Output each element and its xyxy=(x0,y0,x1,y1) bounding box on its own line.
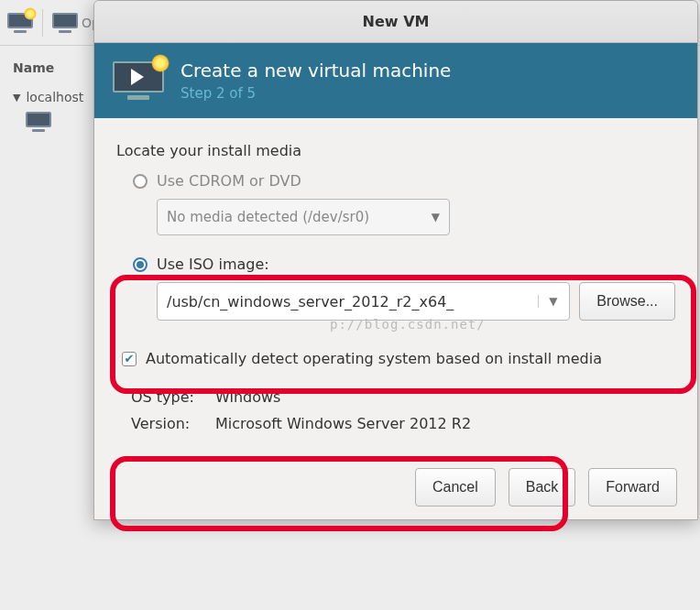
cdrom-combo[interactable]: No media detected (/dev/sr0) ▼ xyxy=(157,199,450,235)
chevron-down-icon: ▼ xyxy=(432,211,440,223)
detected-os: OS type: Windows Version: Microsoft Wind… xyxy=(131,384,675,437)
dialog-banner: Create a new virtual machine Step 2 of 5 xyxy=(94,43,697,118)
option-iso: Use ISO image: /usb/cn_windows_server_20… xyxy=(133,256,675,321)
dialog-footer: Cancel Back Forward xyxy=(94,453,697,519)
autodetect-label: Automatically detect operating system ba… xyxy=(146,350,602,367)
radio-iso-label: Use ISO image: xyxy=(157,256,269,273)
os-version-value: Microsoft Windows Server 2012 R2 xyxy=(215,415,471,432)
autodetect-row[interactable]: Automatically detect operating system ba… xyxy=(122,350,675,367)
iso-path-combo[interactable]: /usb/cn_windows_server_2012_r2_x64_ ▼ xyxy=(157,282,570,321)
monitor-icon xyxy=(52,13,78,33)
radio-iso-row[interactable]: Use ISO image: xyxy=(133,256,675,273)
radio-cdrom-row[interactable]: Use CDROM or DVD xyxy=(133,172,675,190)
banner-heading: Create a new virtual machine xyxy=(180,60,451,82)
os-type-label: OS type: xyxy=(131,388,208,406)
banner-step: Step 2 of 5 xyxy=(180,85,451,102)
radio-cdrom[interactable] xyxy=(133,174,148,189)
back-label: Back xyxy=(526,479,559,496)
os-type-value: Windows xyxy=(215,388,280,406)
new-vm-icon[interactable] xyxy=(7,13,33,33)
radio-iso[interactable] xyxy=(133,257,148,272)
os-version-label: Version: xyxy=(131,415,208,432)
radio-cdrom-label: Use CDROM or DVD xyxy=(157,172,301,190)
chevron-down-icon: ▼ xyxy=(538,295,560,308)
browse-button[interactable]: Browse... xyxy=(579,282,675,321)
dialog-body: Locate your install media Use CDROM or D… xyxy=(94,118,697,453)
new-vm-dialog: New VM Create a new virtual machine Step… xyxy=(93,0,698,520)
forward-label: Forward xyxy=(606,479,660,496)
monitor-icon xyxy=(26,112,51,132)
cancel-button[interactable]: Cancel xyxy=(415,468,496,507)
cancel-label: Cancel xyxy=(432,479,478,496)
option-cdrom: Use CDROM or DVD No media detected (/dev… xyxy=(133,172,675,235)
autodetect-checkbox[interactable] xyxy=(122,352,137,366)
forward-button[interactable]: Forward xyxy=(588,468,677,507)
browse-label: Browse... xyxy=(596,293,658,310)
chevron-down-icon: ▼ xyxy=(13,92,20,103)
dialog-titlebar[interactable]: New VM xyxy=(94,1,697,43)
tree-node-label: localhost xyxy=(26,90,83,104)
back-button[interactable]: Back xyxy=(509,468,576,507)
dialog-title: New VM xyxy=(363,13,430,30)
vm-wizard-icon xyxy=(113,61,164,100)
locate-media-label: Locate your install media xyxy=(116,142,675,159)
cdrom-combo-value: No media detected (/dev/sr0) xyxy=(167,209,369,225)
iso-path-value: /usb/cn_windows_server_2012_r2_x64_ xyxy=(167,293,538,310)
